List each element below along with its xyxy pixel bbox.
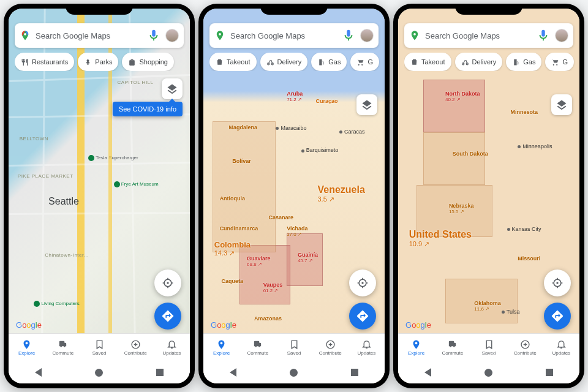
- locate-button[interactable]: [154, 270, 181, 296]
- city-marker[interactable]: Tulsa: [502, 309, 520, 315]
- locate-button[interactable]: [544, 270, 571, 296]
- search-bar[interactable]: Search Google Maps: [209, 23, 379, 48]
- account-avatar[interactable]: [555, 29, 568, 42]
- nav-saved[interactable]: Saved: [470, 334, 507, 361]
- nav-updates[interactable]: Updates: [349, 334, 385, 361]
- region-label[interactable]: Amazonas: [254, 316, 282, 322]
- region-label[interactable]: Casanare: [269, 215, 294, 221]
- mic-icon[interactable]: [147, 29, 160, 42]
- region-label[interactable]: North Dakota40.2 ↗: [445, 91, 480, 103]
- directions-button[interactable]: [349, 303, 376, 330]
- search-bar[interactable]: Search Google Maps: [404, 23, 573, 48]
- nav-commute[interactable]: Commute: [45, 334, 81, 361]
- directions-icon: [161, 309, 175, 323]
- area-label: Chinatown-Inter...: [45, 252, 89, 258]
- mic-icon[interactable]: [342, 29, 355, 42]
- layers-button[interactable]: [356, 94, 377, 115]
- covid-tooltip[interactable]: See COVID-19 info: [113, 102, 183, 116]
- nav-updates[interactable]: Updates: [543, 334, 579, 361]
- bag-icon: [128, 58, 136, 66]
- nav-explore[interactable]: Explore: [398, 334, 434, 361]
- region-label[interactable]: Minnesota: [511, 110, 538, 116]
- layers-button[interactable]: [551, 94, 572, 115]
- svg-point-16: [413, 33, 416, 36]
- nav-saved[interactable]: Saved: [81, 334, 117, 361]
- city-marker[interactable]: Kansas City: [507, 226, 541, 232]
- chip-delivery[interactable]: Delivery: [260, 53, 308, 71]
- directions-icon: [551, 309, 564, 323]
- back-button[interactable]: [424, 368, 431, 377]
- locate-button[interactable]: [349, 270, 376, 296]
- android-nav-bar: [398, 361, 579, 383]
- region-label[interactable]: Antioquia: [220, 196, 246, 202]
- search-bar[interactable]: Search Google Maps: [15, 23, 184, 48]
- region-label[interactable]: Vichada37.0 ↗: [287, 226, 307, 238]
- category-chips: Restaurants Parks Shopping: [15, 53, 190, 71]
- nav-saved[interactable]: Saved: [276, 334, 312, 361]
- nav-commute[interactable]: Commute: [434, 334, 470, 361]
- region-label[interactable]: Nebraska15.5 ↗: [449, 203, 474, 215]
- home-button[interactable]: [484, 369, 492, 377]
- region-label[interactable]: Magdalena: [228, 125, 257, 131]
- region-label[interactable]: Guaviare68.8 ↗: [247, 256, 271, 268]
- directions-button[interactable]: [154, 303, 181, 330]
- screen-2: Aruba71.2 ↗CuraçaoMagdalenaBolívarAntioq…: [203, 9, 385, 383]
- chip-gas[interactable]: Gas: [506, 53, 541, 71]
- region-label[interactable]: Vaupes61.2 ↗: [263, 282, 283, 294]
- nav-updates[interactable]: Updates: [154, 334, 190, 361]
- nav-explore[interactable]: Explore: [203, 334, 239, 361]
- region-label[interactable]: Cundinamarca: [220, 226, 258, 232]
- layers-icon: [167, 83, 178, 94]
- recent-button[interactable]: [156, 369, 164, 376]
- region-label[interactable]: South Dakota: [453, 151, 488, 157]
- nav-commute[interactable]: Commute: [239, 334, 276, 361]
- city-marker[interactable]: Barquisimeto: [301, 147, 339, 153]
- chip-gas[interactable]: Gas: [311, 53, 347, 71]
- nav-explore[interactable]: Explore: [9, 334, 45, 361]
- nav-contribute[interactable]: Contribute: [507, 334, 543, 361]
- takeout-icon: [410, 58, 418, 66]
- chip-takeout[interactable]: Takeout: [209, 53, 257, 71]
- region-label[interactable]: Caqueta: [222, 279, 244, 285]
- mic-icon[interactable]: [537, 29, 550, 42]
- chip-restaurants[interactable]: Restaurants: [15, 53, 74, 71]
- back-button[interactable]: [230, 368, 236, 377]
- region-label[interactable]: Curaçao: [316, 99, 338, 105]
- region-label[interactable]: Bolívar: [232, 159, 251, 165]
- city-marker[interactable]: Minneapolis: [518, 143, 552, 149]
- layers-button[interactable]: [162, 78, 183, 99]
- region-label[interactable]: Aruba71.2 ↗: [287, 91, 303, 103]
- chip-parks[interactable]: Parks: [78, 53, 118, 71]
- chip-groceries[interactable]: G: [350, 53, 379, 71]
- nav-contribute[interactable]: Contribute: [118, 334, 154, 361]
- chip-groceries[interactable]: G: [545, 53, 574, 71]
- layers-icon: [556, 99, 567, 110]
- city-marker[interactable]: Caracas: [339, 129, 365, 135]
- notch: [260, 4, 328, 15]
- city-marker[interactable]: Maracaibo: [276, 125, 306, 131]
- country-label: Colombia14.3 ↗: [214, 241, 251, 257]
- bell-icon: [556, 339, 567, 350]
- area-label: CAPITOL HILL: [118, 80, 154, 85]
- bottom-nav: Explore Commute Saved Contribute Updates: [9, 333, 190, 361]
- directions-button[interactable]: [544, 303, 571, 330]
- back-button[interactable]: [35, 368, 42, 377]
- region-label[interactable]: Oklahoma11.6 ↗: [474, 301, 501, 312]
- chip-shopping[interactable]: Shopping: [122, 53, 174, 71]
- account-avatar[interactable]: [360, 29, 374, 42]
- recent-button[interactable]: [546, 369, 553, 376]
- maps-logo-icon: [20, 30, 31, 41]
- home-button[interactable]: [95, 369, 103, 377]
- home-button[interactable]: [290, 369, 298, 377]
- poi-marker[interactable]: Frye Art Museum: [114, 181, 159, 187]
- phone-frame-2: Aruba71.2 ↗CuraçaoMagdalenaBolívarAntioq…: [198, 4, 390, 388]
- account-avatar[interactable]: [165, 29, 179, 42]
- chip-delivery[interactable]: Delivery: [455, 53, 503, 71]
- region-label[interactable]: Guainía45.7 ↗: [298, 252, 318, 264]
- nav-contribute[interactable]: Contribute: [312, 334, 349, 361]
- region-label[interactable]: Missouri: [518, 256, 540, 262]
- recent-button[interactable]: [351, 369, 358, 376]
- chip-takeout[interactable]: Takeout: [404, 53, 451, 71]
- poi-marker[interactable]: Tesla Supercharger: [88, 155, 138, 161]
- poi-marker[interactable]: Living Computers: [34, 301, 79, 307]
